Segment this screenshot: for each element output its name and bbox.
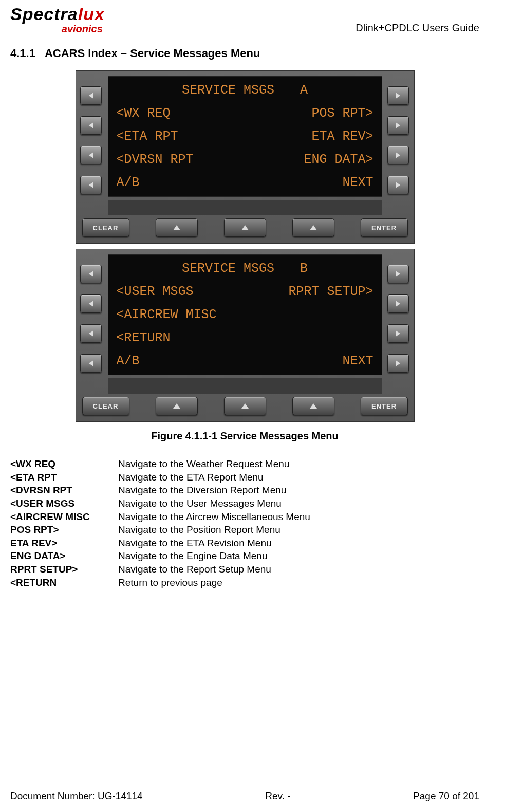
desc-val: Return to previous page [118,576,222,589]
desc-val: Navigate to the User Messages Menu [118,497,282,510]
row-left: <USER MSGS [117,285,194,298]
desc-key: ETA REV> [10,537,118,550]
svg-marker-7 [396,182,400,188]
up-button[interactable] [292,397,334,415]
row-right: NEXT [342,355,373,367]
doc-number: Document Number: UG-14114 [10,790,143,802]
rsk-button[interactable] [387,116,409,135]
desc-key: <ETA RPT [10,471,118,484]
left-softkeys [76,249,107,394]
up-button[interactable] [224,397,266,415]
svg-marker-2 [88,152,92,158]
desc-val: Navigate to the Diversion Report Menu [118,484,286,497]
svg-marker-3 [88,182,92,188]
row-left: <AIRCREW MISC [117,308,217,321]
row-right: POS RPT> [311,107,373,120]
desc-val: Navigate to the Weather Request Menu [118,457,289,471]
desc-val: Navigate to the Position Report Menu [118,523,280,537]
page-footer: Document Number: UG-14114 Rev. - Page 70… [10,788,479,802]
desc-key: <USER MSGS [10,497,118,510]
row-left: <DVRSN RPT [117,153,194,166]
desc-val: Navigate to the Aircrew Miscellaneous Me… [118,510,310,524]
svg-marker-9 [241,225,249,230]
rsk-button[interactable] [387,86,409,105]
svg-marker-8 [173,225,180,230]
screen: SERVICE MSGS A <WX REQPOS RPT> <ETA RPTE… [108,76,382,197]
row-right: RPRT SETUP> [288,285,373,298]
revision: Rev. - [265,790,290,802]
svg-marker-5 [396,122,400,128]
svg-marker-18 [396,360,400,366]
row-left: A/B [117,355,140,367]
up-button[interactable] [224,218,266,237]
lsk-button[interactable] [80,324,102,343]
logo: Spectralux avionics [10,5,105,34]
enter-button[interactable]: ENTER [361,397,408,415]
description-list: <WX REQNavigate to the Weather Request M… [10,457,479,589]
clear-button[interactable]: CLEAR [82,218,129,237]
row-left: A/B [117,176,140,189]
up-button[interactable] [156,218,198,237]
lsk-button[interactable] [80,86,102,105]
svg-marker-4 [396,93,400,98]
svg-marker-16 [396,301,400,306]
rsk-button[interactable] [387,324,409,343]
screen: SERVICE MSGS B <USER MSGSRPRT SETUP> <AI… [108,254,382,375]
device-panel: SERVICE MSGS B <USER MSGSRPRT SETUP> <AI… [76,249,415,422]
desc-key: POS RPT> [10,523,118,537]
desc-val: Navigate to the Engine Data Menu [118,549,267,563]
svg-marker-11 [88,271,92,276]
section-number: 4.1.1 [10,47,35,60]
rsk-button[interactable] [387,146,409,164]
section-heading: ACARS Index – Service Messages Menu [45,47,260,60]
svg-marker-14 [88,360,92,366]
right-softkeys [383,249,414,394]
desc-key: <DVRSN RPT [10,484,118,497]
page-number: Page 70 of 201 [413,790,479,802]
lsk-button[interactable] [80,176,102,194]
svg-marker-17 [396,330,400,336]
guide-name: Dlink+CPDLC Users Guide [356,22,479,34]
desc-val: Navigate to the ETA Report Menu [118,471,264,484]
row-right: ENG DATA> [304,153,373,166]
desc-key: ENG DATA> [10,549,118,563]
screen-title: SERVICE MSGS [182,262,274,275]
svg-marker-0 [88,93,92,98]
svg-marker-1 [88,122,92,128]
desc-key: <AIRCREW MISC [10,510,118,524]
left-softkeys [76,71,107,215]
lsk-button[interactable] [80,116,102,135]
svg-marker-13 [88,330,92,336]
screen-page: B [300,262,308,275]
svg-marker-19 [173,403,180,409]
rsk-button[interactable] [387,354,409,373]
svg-marker-15 [396,271,400,276]
svg-marker-21 [310,403,317,409]
svg-marker-10 [310,225,317,230]
lsk-button[interactable] [80,354,102,373]
lsk-button[interactable] [80,146,102,164]
clear-button[interactable]: CLEAR [82,397,129,415]
screen-page: A [300,84,308,97]
screen-title: SERVICE MSGS [182,84,274,97]
up-button[interactable] [292,218,334,237]
logo-text-b: lux [78,4,105,24]
desc-val: Navigate to the ETA Revision Menu [118,537,272,550]
svg-marker-20 [241,403,249,409]
lsk-button[interactable] [80,265,102,283]
logo-text-a: Spectra [10,4,78,24]
rsk-button[interactable] [387,265,409,283]
enter-button[interactable]: ENTER [361,218,408,237]
lsk-button[interactable] [80,294,102,313]
up-button[interactable] [156,397,198,415]
desc-key: <WX REQ [10,457,118,471]
row-left: <ETA RPT [117,130,178,143]
right-softkeys [383,71,414,215]
desc-val: Navigate to the Report Setup Menu [118,563,271,576]
rsk-button[interactable] [387,294,409,313]
rsk-button[interactable] [387,176,409,194]
figure-caption: Figure 4.1.1-1 Service Messages Menu [151,430,339,442]
logo-sub: avionics [10,24,105,34]
desc-key: RPRT SETUP> [10,563,118,576]
desc-key: <RETURN [10,576,118,589]
